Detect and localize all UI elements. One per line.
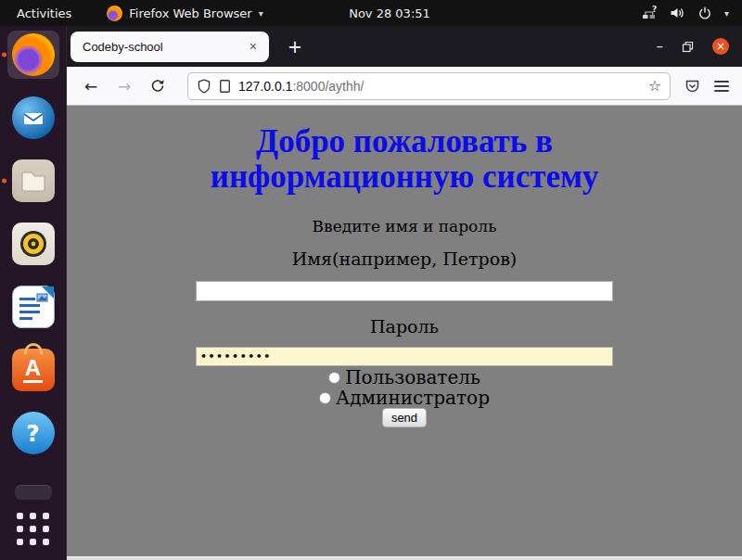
page-title: Добро пожаловать в информационную систем… — [211, 124, 599, 195]
network-status-icon: ? — [642, 6, 658, 20]
page-title-line1: Добро пожаловать в — [211, 124, 599, 159]
bag-handle — [24, 343, 43, 354]
page-info-icon[interactable] — [219, 79, 231, 94]
thunderbird-icon — [12, 96, 55, 139]
tab-codeby-school[interactable]: Codeby-school × — [70, 32, 269, 62]
dock-item-rhythmbox[interactable] — [7, 220, 59, 268]
url-text[interactable]: 127.0.0.1:8000/aythh/ — [238, 79, 364, 94]
app-menu[interactable]: Firefox Web Browser ▾ — [107, 6, 262, 21]
minimize-button[interactable]: – — [657, 42, 664, 51]
running-indicator-dot — [2, 179, 6, 184]
login-instruction: Введите имя и пароль — [313, 217, 497, 235]
running-indicator-dot — [2, 53, 6, 57]
chevron-down-icon: ▾ — [724, 8, 729, 19]
web-page-content: Добро пожаловать в информационную систем… — [67, 106, 742, 556]
radio-admin-icon[interactable] — [319, 392, 331, 404]
role-option-admin[interactable]: Администратор — [319, 388, 490, 407]
firefox-icon — [12, 33, 55, 76]
activities-button[interactable]: Activities — [0, 6, 88, 20]
dock-item-files[interactable] — [7, 157, 59, 205]
dock-item-thunderbird[interactable] — [7, 94, 59, 142]
window-controls: – × — [657, 38, 742, 55]
firefox-mini-icon — [107, 6, 122, 21]
url-bar[interactable]: 127.0.0.1:8000/aythh/ ☆ — [187, 72, 671, 100]
tab-bar: Codeby-school × + – × — [67, 26, 742, 67]
reload-button[interactable] — [147, 78, 169, 94]
dock-item-ubuntu-software[interactable]: A — [7, 346, 59, 394]
dock-item-libreoffice-writer[interactable] — [7, 283, 59, 331]
svg-text:?: ? — [652, 6, 657, 14]
files-folder-icon — [12, 159, 55, 202]
back-button[interactable]: ← — [80, 77, 102, 95]
ubuntu-software-icon: A — [12, 349, 55, 391]
password-input[interactable] — [196, 347, 613, 366]
app-menu-label: Firefox Web Browser — [129, 6, 251, 20]
radio-admin-label: Администратор — [336, 388, 490, 407]
system-tray[interactable]: ? ▾ — [642, 6, 742, 20]
radio-user-icon[interactable] — [328, 372, 340, 384]
volume-icon — [670, 6, 685, 20]
ubuntu-top-bar: Activities Firefox Web Browser ▾ Nov 28 … — [0, 0, 742, 26]
close-button[interactable]: × — [712, 38, 729, 55]
bookmark-star-icon[interactable]: ☆ — [648, 77, 661, 95]
navigation-toolbar: ← → 127.0.0.1:8000/aythh/ ☆ — [67, 67, 742, 106]
libreoffice-writer-icon — [12, 286, 55, 328]
name-input[interactable] — [196, 281, 613, 301]
role-option-user[interactable]: Пользователь — [328, 368, 480, 387]
page-title-line2: информационную систему — [211, 159, 599, 195]
ubuntu-dock: A ? — [0, 26, 67, 560]
menu-hamburger-icon[interactable] — [714, 81, 729, 92]
tab-title: Codeby-school — [83, 40, 163, 54]
tracking-protection-shield-icon[interactable] — [197, 79, 211, 94]
url-path: :8000/aythh/ — [292, 79, 364, 94]
dock-item-firefox[interactable] — [7, 31, 59, 79]
tab-close-icon[interactable]: × — [247, 39, 260, 54]
show-applications-grid-icon[interactable] — [17, 513, 49, 545]
window-bottom-edge — [67, 556, 742, 560]
power-icon — [697, 6, 712, 20]
dock-item-help[interactable]: ? — [7, 409, 59, 457]
help-question-icon: ? — [12, 412, 55, 454]
url-host: 127.0.0.1 — [238, 79, 292, 94]
pocket-icon[interactable] — [684, 78, 701, 95]
send-button[interactable]: send — [382, 408, 427, 427]
trash-icon[interactable] — [15, 485, 52, 500]
restore-button[interactable] — [682, 41, 694, 53]
forward-button: → — [113, 77, 135, 95]
firefox-window: Codeby-school × + – × ← → — [67, 26, 742, 560]
password-label: Пароль — [370, 316, 439, 337]
rhythmbox-speaker-icon — [12, 223, 55, 265]
new-tab-button[interactable]: + — [282, 36, 308, 57]
clock[interactable]: Nov 28 03:51 — [349, 6, 430, 20]
radio-user-label: Пользователь — [345, 368, 480, 387]
name-label: Имя(например, Петров) — [292, 248, 518, 269]
chevron-down-icon: ▾ — [259, 8, 263, 19]
